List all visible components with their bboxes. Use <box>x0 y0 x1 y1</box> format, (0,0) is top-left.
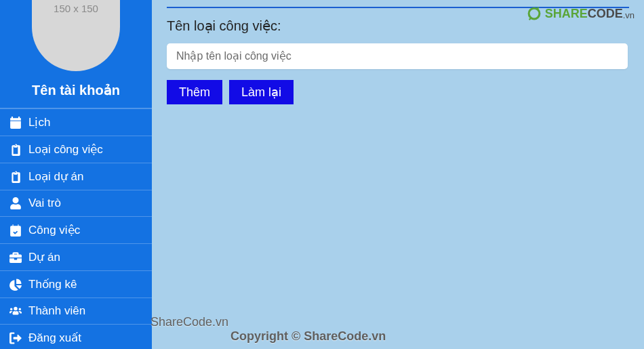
avatar-size-text: 150 x 150 <box>54 3 98 14</box>
sidebar-item-label: Thành viên <box>28 304 85 318</box>
sidebar: 150 x 150 Tên tài khoản Lịch Loại công v… <box>0 0 152 349</box>
sidebar-item-thong-ke[interactable]: Thống kê <box>0 271 152 298</box>
sidebar-item-loai-du-an[interactable]: Loại dự án <box>0 163 152 190</box>
sidebar-item-thanh-vien[interactable]: Thành viên <box>0 298 152 325</box>
avatar-container: 150 x 150 <box>0 0 152 78</box>
sidebar-item-loai-cong-viec[interactable]: Loại công việc <box>0 136 152 163</box>
footer-line2: Copyright © ShareCode.vn <box>230 329 386 344</box>
sidebar-item-du-an[interactable]: Dự án <box>0 244 152 271</box>
calendar-check-icon <box>9 224 22 237</box>
sidebar-item-label: Thống kê <box>28 277 77 291</box>
watermark-text-code: CODE <box>588 7 623 21</box>
sidebar-item-label: Loại dự án <box>28 169 84 184</box>
button-row: Thêm Làm lại <box>167 80 629 104</box>
recycle-icon <box>526 5 542 22</box>
sidebar-item-dang-xuat[interactable]: Đăng xuất <box>0 325 152 349</box>
sidebar-item-label: Công việc <box>28 223 80 237</box>
main-content: Tên loại công việc: Thêm Làm lại <box>152 0 644 349</box>
avatar-placeholder[interactable]: 150 x 150 <box>32 0 120 71</box>
watermark-text-vn: .vn <box>623 10 635 20</box>
sidebar-item-label: Loại công việc <box>28 142 103 157</box>
sidebar-item-label: Dự án <box>28 250 60 264</box>
reset-button[interactable]: Làm lại <box>229 80 294 104</box>
sidebar-item-cong-viec[interactable]: Công việc <box>0 217 152 244</box>
job-type-name-input[interactable] <box>167 43 628 69</box>
sidebar-item-lich[interactable]: Lịch <box>0 109 152 136</box>
clipboard-icon <box>9 144 22 156</box>
sidebar-item-label: Lịch <box>28 115 50 129</box>
briefcase-icon <box>9 251 22 264</box>
sidebar-item-vai-tro[interactable]: Vai trò <box>0 190 152 217</box>
chart-pie-icon <box>9 279 22 291</box>
footer-watermark: ShareCode.vn Copyright © ShareCode.vn <box>150 315 386 344</box>
watermark-logo: SHARE CODE .vn <box>526 5 635 22</box>
watermark-text-share: SHARE <box>545 7 588 21</box>
clipboard-icon <box>9 171 22 183</box>
account-name: Tên tài khoản <box>0 78 152 108</box>
user-icon <box>9 197 22 209</box>
sidebar-item-label: Vai trò <box>28 197 61 210</box>
calendar-icon <box>9 117 22 129</box>
sidebar-item-label: Đăng xuất <box>28 331 81 345</box>
users-icon <box>9 305 22 317</box>
footer-line1: ShareCode.vn <box>150 315 386 329</box>
logout-icon <box>9 332 22 344</box>
add-button[interactable]: Thêm <box>167 80 222 104</box>
sidebar-menu: Lịch Loại công việc Loại dự án Vai trò C… <box>0 108 152 349</box>
